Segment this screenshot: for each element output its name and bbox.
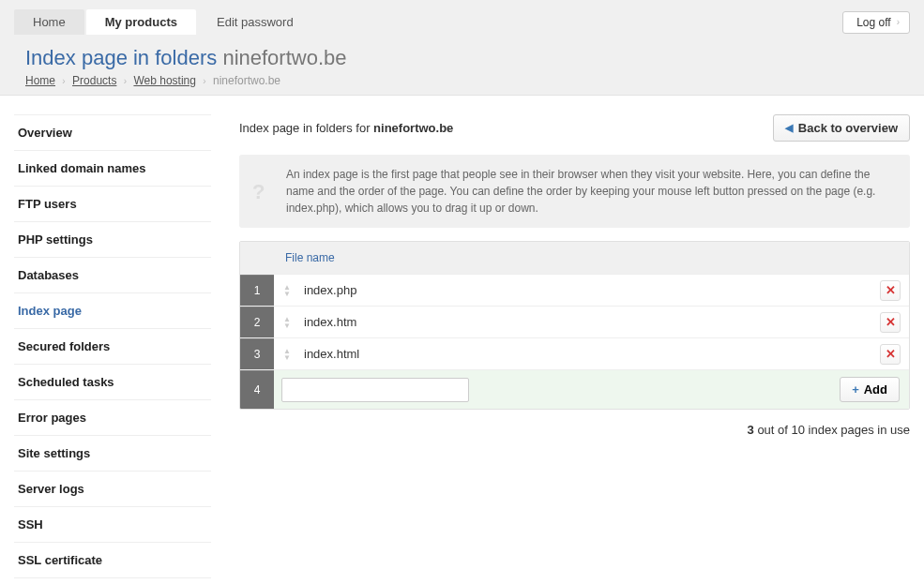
content-title: Index page in folders for ninefortwo.be [239,121,453,135]
row-number: 1 [240,275,274,306]
drag-handle-icon[interactable]: ▲▼ [274,316,300,329]
tab-edit-password[interactable]: Edit password [198,9,312,35]
row-number: 4 [240,370,274,409]
info-text: An index page is the first page that peo… [286,168,875,215]
sidebar-item-php-settings[interactable]: PHP settings [14,222,211,258]
back-to-overview-button[interactable]: ◀ Back to overview [773,114,910,142]
content-title-domain: ninefortwo.be [373,121,453,135]
sidebar-item-index-page[interactable]: Index page [14,293,211,329]
help-icon: ? [252,176,265,207]
close-icon: ✕ [886,284,896,296]
file-name: index.html [300,347,871,361]
sidebar-item-linked-domain-names[interactable]: Linked domain names [14,151,211,187]
drag-handle-icon[interactable]: ▲▼ [274,284,300,297]
delete-button[interactable]: ✕ [880,280,901,301]
file-name: index.php [300,283,871,297]
breadcrumb-products[interactable]: Products [72,74,116,87]
chevron-right-icon: › [203,76,205,86]
usage-count: 3 [748,423,754,437]
breadcrumb-current: ninefortwo.be [213,74,280,87]
logoff-label: Log off [856,16,890,29]
table-row: 1▲▼index.php✕ [240,274,909,306]
sidebar-item-databases[interactable]: Databases [14,258,211,293]
sidebar-item-ssl-certificate[interactable]: SSL certificate [14,543,211,578]
sidebar-item-server-logs[interactable]: Server logs [14,472,211,507]
content-title-prefix: Index page in folders for [239,121,373,135]
back-label: Back to overview [798,121,898,135]
sidebar-item-error-pages[interactable]: Error pages [14,400,211,436]
info-box: ? An index page is the first page that p… [239,155,910,228]
chevron-right-icon: › [62,76,65,86]
sidebar-item-ssh[interactable]: SSH [14,507,211,543]
delete-button[interactable]: ✕ [880,312,901,333]
triangle-left-icon: ◀ [785,122,793,134]
header-area: Home My products Edit password Log off ›… [0,0,924,96]
close-icon: ✕ [886,348,896,360]
breadcrumb-home[interactable]: Home [25,74,55,87]
sidebar-item-secured-folders[interactable]: Secured folders [14,329,211,365]
page-title: Index page in folders ninefortwo.be [25,46,910,70]
table-row: 3▲▼index.html✕ [240,337,909,369]
row-number: 3 [240,338,274,369]
sidebar: OverviewLinked domain namesFTP usersPHP … [14,114,211,578]
sidebar-item-ftp-users[interactable]: FTP users [14,187,211,222]
drag-handle-icon[interactable]: ▲▼ [274,348,300,361]
sidebar-item-site-settings[interactable]: Site settings [14,436,211,472]
logoff-button[interactable]: Log off › [842,11,910,34]
add-row: 4 + Add [240,369,909,409]
tabs-row: Home My products Edit password Log off › [14,9,910,35]
col-file-name: File name [274,242,335,274]
content: Index page in folders for ninefortwo.be … [239,114,910,578]
plus-icon: + [852,382,859,397]
usage-footer: 3 out of 10 index pages in use [239,423,910,437]
new-filename-input[interactable] [281,378,469,402]
table-header: File name [240,242,909,274]
arrow-right-icon: › [897,17,900,27]
close-icon: ✕ [886,316,896,328]
chevron-right-icon: › [124,76,127,86]
add-button[interactable]: + Add [840,377,900,402]
row-number: 2 [240,307,274,337]
index-table: File name 1▲▼index.php✕2▲▼index.htm✕3▲▼i… [239,241,910,410]
file-name: index.htm [300,315,871,329]
breadcrumb-web-hosting[interactable]: Web hosting [133,74,196,87]
tab-my-products[interactable]: My products [86,9,196,35]
usage-text: out of 10 index pages in use [754,423,910,437]
tab-home[interactable]: Home [14,9,84,35]
sidebar-item-overview[interactable]: Overview [14,114,211,151]
delete-button[interactable]: ✕ [880,344,901,365]
page-title-main: Index page in folders [25,46,217,69]
page-title-domain: ninefortwo.be [222,46,346,69]
sidebar-item-scheduled-tasks[interactable]: Scheduled tasks [14,365,211,400]
breadcrumb: Home › Products › Web hosting › ninefort… [14,74,910,87]
add-label: Add [864,382,887,397]
table-row: 2▲▼index.htm✕ [240,306,909,337]
